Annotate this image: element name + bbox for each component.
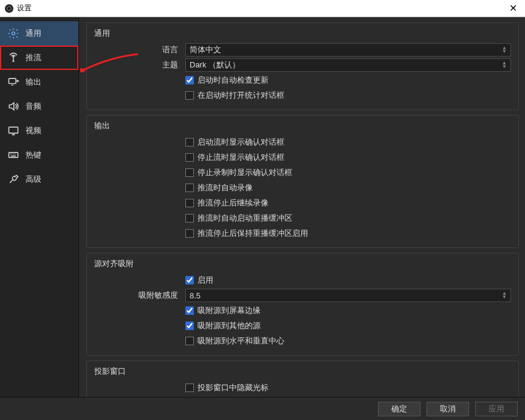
sidebar: 通用 推流 输出 音频 视频 热键 高级	[0, 18, 79, 397]
snap-sens-spinbox[interactable]: 8.5▲▼	[185, 289, 511, 302]
content-panel: 通用 语言 简体中文▲▼ 主题 Dark （默认）▲▼ 启动时自动检查更新 在启…	[79, 18, 525, 397]
checkbox-label: 在启动时打开统计对话框	[197, 90, 284, 101]
monitor-arrow-icon	[7, 76, 19, 88]
sidebar-item-stream[interactable]: 推流	[0, 46, 78, 70]
svg-rect-2	[9, 78, 16, 83]
wrench-icon	[7, 173, 19, 185]
snap-other-checkbox[interactable]: 吸附源到其他的源	[185, 320, 261, 331]
gear-icon	[7, 27, 19, 40]
checkbox-label: 推流停止后继续录像	[197, 198, 269, 208]
sidebar-item-label: 高级	[26, 174, 41, 185]
cancel-button[interactable]: 取消	[427, 402, 469, 416]
sidebar-item-label: 通用	[26, 28, 41, 39]
sidebar-item-label: 输出	[26, 77, 41, 88]
sidebar-item-hotkeys[interactable]: 热键	[0, 143, 78, 167]
footer: 确定 取消 应用	[0, 397, 525, 420]
snap-center-checkbox[interactable]: 吸附源到水平和垂直中心	[185, 336, 284, 346]
group-output: 输出 启动流时显示确认对话框 停止流时显示确认对话框 停止录制时显示确认对话框 …	[86, 115, 519, 248]
output-c5-checkbox[interactable]: 推流停止后继续录像	[185, 198, 269, 208]
titlebar: 设置 ✕	[0, 0, 525, 17]
sidebar-item-label: 热键	[26, 150, 41, 160]
checkbox-label: 推流时自动启动重播缓冲区	[197, 213, 292, 224]
snap-edge-checkbox[interactable]: 吸附源到屏幕边缘	[185, 305, 261, 316]
svg-point-1	[13, 57, 14, 58]
output-c4-checkbox[interactable]: 推流时自动录像	[185, 182, 253, 193]
spin-icon: ▲▼	[502, 61, 507, 69]
antenna-icon	[7, 52, 19, 64]
theme-label: 主题	[94, 60, 185, 71]
combo-value: 简体中文	[190, 44, 221, 55]
svg-rect-4	[9, 153, 18, 157]
ok-button[interactable]: 确定	[378, 402, 420, 416]
checkbox-label: 启动流时显示确认对话框	[197, 137, 284, 148]
svg-rect-3	[9, 127, 18, 133]
theme-combo[interactable]: Dark （默认）▲▼	[185, 58, 511, 72]
snap-enable-checkbox[interactable]: 启用	[185, 275, 213, 286]
checkbox-label: 启动时自动检查更新	[197, 75, 269, 86]
sidebar-item-label: 视频	[26, 125, 41, 136]
group-title: 源对齐吸附	[94, 258, 511, 269]
checkbox-label: 停止流时显示确认对话框	[197, 152, 284, 163]
checkbox-label: 启用	[197, 275, 213, 286]
window-title: 设置	[17, 3, 32, 13]
group-title: 投影窗口	[94, 366, 511, 377]
sidebar-item-label: 音频	[26, 101, 41, 112]
group-title: 输出	[94, 120, 511, 131]
output-c1-checkbox[interactable]: 启动流时显示确认对话框	[185, 137, 284, 148]
output-c7-checkbox[interactable]: 推流停止后保持重播缓冲区启用	[185, 228, 308, 239]
checkbox-label: 吸附源到水平和垂直中心	[197, 336, 284, 346]
output-c2-checkbox[interactable]: 停止流时显示确认对话框	[185, 152, 284, 163]
monitor-icon	[7, 125, 19, 137]
checkbox-label: 吸附源到屏幕边缘	[197, 305, 261, 316]
projector-hide-cursor-checkbox[interactable]: 投影窗口中隐藏光标	[185, 382, 269, 393]
checkbox-label: 吸附源到其他的源	[197, 320, 261, 331]
checkbox-label: 推流停止后保持重播缓冲区启用	[197, 228, 308, 239]
sidebar-item-video[interactable]: 视频	[0, 119, 78, 143]
sidebar-item-advanced[interactable]: 高级	[0, 167, 78, 191]
language-label: 语言	[94, 44, 185, 55]
sidebar-item-output[interactable]: 输出	[0, 70, 78, 94]
app-icon	[5, 4, 13, 13]
checkbox-label: 投影窗口中隐藏光标	[197, 382, 269, 393]
checkbox-label: 推流时自动录像	[197, 182, 253, 193]
auto-update-checkbox[interactable]: 启动时自动检查更新	[185, 75, 269, 86]
group-snap: 源对齐吸附 启用 吸附敏感度 8.5▲▼ 吸附源到屏幕边缘 吸附源到其他的源 吸…	[86, 253, 519, 356]
checkbox-label: 停止录制时显示确认对话框	[197, 167, 292, 178]
svg-point-0	[12, 32, 15, 35]
combo-value: Dark （默认）	[190, 60, 240, 71]
close-icon[interactable]: ✕	[506, 2, 520, 14]
language-combo[interactable]: 简体中文▲▼	[185, 43, 511, 57]
keyboard-icon	[7, 149, 19, 161]
sidebar-item-label: 推流	[26, 52, 41, 63]
output-c3-checkbox[interactable]: 停止录制时显示确认对话框	[185, 167, 292, 178]
spin-icon: ▲▼	[502, 46, 507, 53]
sidebar-item-general[interactable]: 通用	[0, 21, 78, 46]
spin-value: 8.5	[190, 291, 201, 300]
group-title: 通用	[94, 28, 511, 39]
sidebar-item-audio[interactable]: 音频	[0, 94, 78, 119]
output-c6-checkbox[interactable]: 推流时自动启动重播缓冲区	[185, 213, 292, 224]
apply-button[interactable]: 应用	[475, 402, 518, 416]
speaker-icon	[7, 100, 19, 112]
spin-icon: ▲▼	[502, 292, 507, 299]
group-general: 通用 语言 简体中文▲▼ 主题 Dark （默认）▲▼ 启动时自动检查更新 在启…	[86, 22, 519, 110]
stats-dialog-checkbox[interactable]: 在启动时打开统计对话框	[185, 90, 284, 101]
snap-sens-label: 吸附敏感度	[94, 290, 185, 301]
group-projector: 投影窗口 投影窗口中隐藏光标 使投影窗口置顶 退出时保存投影窗口设置	[86, 360, 519, 397]
